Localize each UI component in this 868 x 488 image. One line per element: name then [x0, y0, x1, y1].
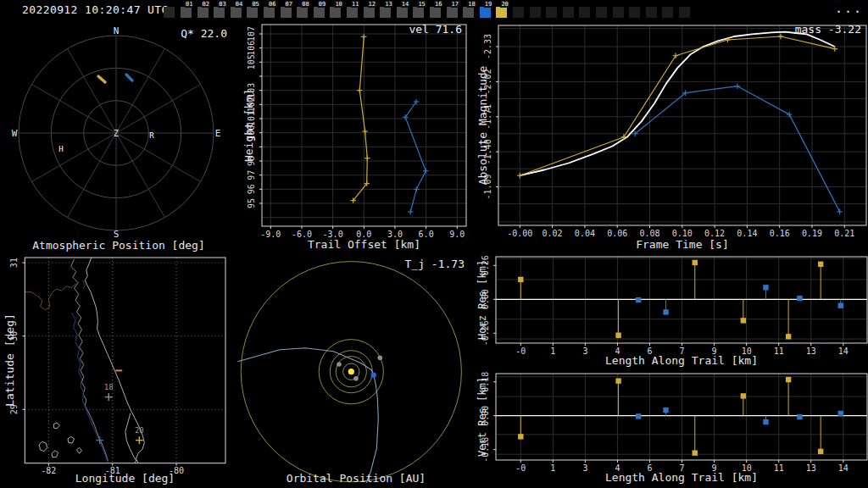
- data-point: [693, 450, 698, 455]
- x-tick-label: 0.19: [802, 229, 822, 238]
- frame-button-label: 11: [351, 1, 359, 8]
- x-tick-label: 0.08: [639, 229, 659, 238]
- plot-border: [496, 257, 867, 343]
- frame-button-label: 05: [251, 1, 259, 8]
- axis-ticks: -0134679101113140.180.00-0.18: [481, 372, 849, 473]
- frame-button-19[interactable]: 19: [480, 7, 491, 18]
- frame-button-04[interactable]: 04: [231, 7, 242, 18]
- frame-slot-empty: [530, 7, 541, 18]
- frame-button-label: 04: [235, 1, 243, 8]
- frame-button-10[interactable]: 10: [330, 7, 341, 18]
- frame-button-label: 20: [500, 1, 509, 8]
- frame-button-15[interactable]: 15: [413, 7, 424, 18]
- frame-button-label: 15: [417, 1, 426, 8]
- frame-button-20[interactable]: 20: [496, 7, 507, 18]
- y-tick-label: 95: [247, 198, 256, 208]
- planet-mercury: [353, 376, 359, 381]
- light-curve-panel: -0.000.020.040.060.080.100.120.140.160.1…: [475, 20, 868, 254]
- map-features: [25, 258, 145, 463]
- x-tick-label: 0.16: [770, 229, 790, 238]
- feature-river-upper: [82, 280, 85, 289]
- data-point: [786, 377, 791, 382]
- frame-slot-empty: [613, 7, 624, 18]
- frame-button-01[interactable]: 01: [181, 7, 192, 18]
- height-axis-label: Height [km]: [242, 89, 255, 162]
- frame-button-18[interactable]: 18: [463, 7, 474, 18]
- data-point: [741, 318, 746, 323]
- frame-button-03[interactable]: 03: [214, 7, 225, 18]
- trail-offset-panel: -9.0-6.0-3.00.03.06.09.09596979810010110…: [237, 20, 475, 254]
- series: [518, 377, 843, 456]
- y-tick-label: -2.33: [483, 34, 492, 59]
- data-point: [518, 434, 523, 439]
- frame-slot-empty: [546, 7, 557, 18]
- compass-east: E: [215, 128, 221, 139]
- orbital-position-panel: T_j -1.73 Orbital Position [AU]: [237, 254, 475, 488]
- meteoroid-trajectory: [237, 348, 378, 483]
- data-point: [763, 285, 768, 290]
- frame-button-label: 13: [384, 1, 392, 8]
- polar-caption: Atmospheric Position [deg]: [0, 239, 237, 252]
- x-tick-label: 0.14: [737, 229, 757, 238]
- horz-residuals-panel: -0134679101113140.260.00-0.26 Horz Res […: [475, 254, 868, 371]
- frame-button-12[interactable]: 12: [364, 7, 375, 18]
- frame-time-axis-label: Frame Time [s]: [498, 238, 866, 251]
- frame-button-14[interactable]: 14: [397, 7, 408, 18]
- data-point: [636, 297, 641, 302]
- frame-button-06[interactable]: 06: [264, 7, 275, 18]
- meteor-trail-yellow: [98, 76, 105, 82]
- compass-north: N: [114, 25, 120, 36]
- polar-plot-canvas: NSWEZRH: [0, 20, 237, 254]
- frame-button-label: 17: [451, 1, 459, 8]
- frame-button-label: 08: [301, 1, 309, 8]
- length-along-trail-axis-label-2: Length Along Trail [km]: [496, 471, 867, 484]
- x-tick-label: 0.06: [607, 229, 627, 238]
- y-tick-label: 105: [247, 54, 256, 69]
- y-tick-label: 96: [247, 184, 256, 194]
- grid: [496, 257, 867, 343]
- axis-ticks: -0.000.020.040.060.080.100.120.140.160.1…: [483, 34, 854, 238]
- y-tick-label: 106: [247, 41, 256, 56]
- frame-button-label: 06: [268, 1, 276, 8]
- frame-button-07[interactable]: 07: [281, 7, 292, 18]
- data-point: [693, 260, 698, 265]
- mass-readout: mass -3.22: [795, 23, 861, 36]
- frame-ground-label: 18: [104, 383, 114, 391]
- frame-button-02[interactable]: 02: [198, 7, 209, 18]
- velocity-readout: vel 71.6: [409, 23, 462, 36]
- frame-button-16[interactable]: 16: [430, 7, 441, 18]
- y-tick-label: 97: [247, 170, 256, 180]
- frame-button-13[interactable]: 13: [380, 7, 391, 18]
- data-point: [838, 302, 843, 308]
- x-tick-label: 0.21: [834, 229, 854, 238]
- station-label-H: H: [58, 145, 63, 153]
- frame-button-09[interactable]: 09: [314, 7, 325, 18]
- frame-button-label: 02: [202, 1, 210, 8]
- frame-button-08[interactable]: 08: [297, 7, 308, 18]
- orbit-caption: Orbital Position [AU]: [237, 472, 475, 485]
- frame-button-05[interactable]: 05: [247, 7, 258, 18]
- atmospheric-position-panel: NSWEZRH Q* 22.0 Atmospheric Position [de…: [0, 20, 237, 254]
- data-point: [797, 414, 802, 419]
- series-station-1-yellow: [517, 34, 837, 179]
- latitude-axis-label: Latitude [deg]: [3, 313, 16, 407]
- feature-lake-4: [77, 447, 82, 453]
- orbit-canvas: [237, 254, 475, 488]
- grid: [498, 25, 866, 225]
- series-station-2-blue: [632, 84, 843, 215]
- frame-button-label: 07: [285, 1, 293, 8]
- data-point: [741, 393, 746, 398]
- series: [351, 34, 429, 214]
- meteor-trail-blue: [126, 75, 132, 80]
- frame-slot-blank: [164, 7, 175, 18]
- frame-button-17[interactable]: 17: [447, 7, 458, 18]
- frame-button-11[interactable]: 11: [347, 7, 358, 18]
- frame-button-label: 14: [401, 1, 409, 8]
- grid: [496, 374, 867, 460]
- overflow-menu-button[interactable]: ...: [835, 1, 863, 16]
- x-tick-label: 0.12: [704, 229, 725, 238]
- compass-west: W: [12, 128, 18, 139]
- feature-lagoon: [125, 413, 136, 463]
- data-point: [786, 334, 791, 339]
- vert-residuals-panel: -0134679101113140.180.00-0.18 Vert Res […: [475, 371, 868, 488]
